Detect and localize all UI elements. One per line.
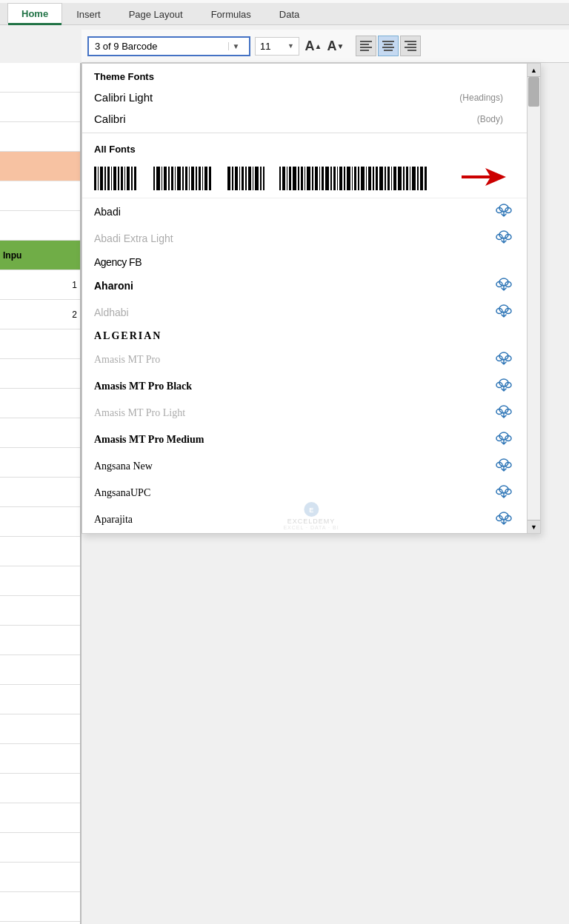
font-item-algerian[interactable]: ALGERIAN	[82, 326, 527, 346]
svg-rect-19	[118, 167, 119, 190]
font-item-amasis-mt-pro-black[interactable]: Amasis MT Pro Black	[82, 373, 527, 400]
svg-rect-53	[279, 167, 281, 190]
cell-empty-20[interactable]	[0, 744, 80, 774]
cell-empty-16[interactable]	[0, 626, 80, 655]
font-name-calibri: Calibri	[94, 113, 477, 125]
tab-formulas[interactable]: Formulas	[197, 4, 265, 24]
all-fonts-label: All Fonts	[82, 136, 527, 159]
cloud-download-icon-abadi[interactable]	[496, 203, 512, 221]
scroll-down-button[interactable]: ▼	[528, 520, 540, 533]
cloud-download-icon-amasis-mt-pro[interactable]	[496, 351, 512, 369]
font-item-amasis-mt-pro-light[interactable]: Amasis MT Pro Light	[82, 400, 527, 426]
svg-rect-26	[156, 167, 160, 190]
align-center-button[interactable]	[378, 36, 399, 56]
svg-rect-34	[185, 167, 187, 190]
cell-empty-2[interactable]	[0, 93, 80, 122]
align-right-button[interactable]	[400, 36, 421, 56]
cell-empty-21[interactable]	[0, 774, 80, 803]
cell-empty-14[interactable]	[0, 566, 80, 596]
font-name-algerian: ALGERIAN	[94, 330, 515, 342]
cell-empty-1[interactable]	[0, 63, 80, 93]
svg-rect-73	[352, 167, 353, 190]
cell-empty-12[interactable]	[0, 507, 80, 537]
font-item-calibri[interactable]: Calibri (Body)	[82, 108, 527, 130]
font-item-abadi[interactable]: Abadi	[82, 198, 527, 225]
cell-empty-24[interactable]	[0, 863, 80, 892]
font-name-dropdown-arrow[interactable]: ▼	[228, 42, 243, 50]
cloud-download-icon-aldhabi[interactable]	[496, 304, 512, 321]
cloud-download-icon-amasis-mt-pro-black[interactable]	[496, 378, 512, 395]
cell-empty-17[interactable]	[0, 655, 80, 685]
cell-empty-23[interactable]	[0, 833, 80, 863]
barcode-preview-1	[94, 165, 139, 192]
cell-number-1[interactable]: 1	[0, 270, 80, 300]
svg-rect-32	[177, 167, 181, 190]
increase-font-button[interactable]: A▲	[304, 36, 323, 56]
svg-rect-50	[255, 167, 259, 190]
svg-rect-17	[111, 167, 112, 190]
tab-home[interactable]: Home	[7, 3, 62, 24]
cell-empty-19[interactable]	[0, 714, 80, 744]
scroll-up-button[interactable]: ▲	[528, 64, 540, 77]
cell-input-label[interactable]: Inpu	[0, 241, 80, 270]
svg-rect-78	[368, 167, 371, 190]
cloud-download-icon-abadi-extra-light[interactable]	[496, 230, 512, 247]
cell-empty-9[interactable]	[0, 418, 80, 448]
svg-rect-38	[199, 167, 201, 190]
svg-rect-48	[248, 167, 251, 190]
cell-empty-15[interactable]	[0, 596, 80, 626]
font-size-dropdown-arrow[interactable]: ▼	[287, 42, 294, 50]
cell-empty-22[interactable]	[0, 803, 80, 833]
align-left-button[interactable]	[356, 36, 376, 56]
cloud-download-icon-aparajita[interactable]	[496, 511, 512, 529]
font-item-angsana-new[interactable]: Angsana New	[82, 453, 527, 480]
cloud-download-icon-angsana-new[interactable]	[496, 458, 512, 475]
cell-empty-6[interactable]	[0, 329, 80, 359]
svg-rect-74	[354, 167, 356, 190]
svg-rect-43	[232, 167, 233, 190]
font-name-calibri-light: Calibri Light	[94, 91, 459, 104]
svg-rect-56	[289, 167, 291, 190]
scrollbar-thumb[interactable]	[528, 77, 539, 107]
cell-empty-4[interactable]	[0, 181, 80, 211]
svg-rect-16	[107, 167, 110, 190]
svg-rect-20	[121, 167, 123, 190]
svg-rect-44	[235, 167, 238, 190]
cell-empty-25[interactable]	[0, 892, 80, 922]
font-item-aldhabi[interactable]: Aldhabi	[82, 299, 527, 326]
cloud-download-icon-aharoni[interactable]	[496, 277, 512, 295]
cell-empty-8[interactable]	[0, 389, 80, 418]
cell-salmon[interactable]	[0, 152, 80, 181]
cloud-download-icon-amasis-mt-pro-light[interactable]	[496, 404, 512, 422]
cell-empty-3[interactable]	[0, 122, 80, 152]
svg-rect-72	[347, 167, 350, 190]
font-item-abadi-extra-light[interactable]: Abadi Extra Light	[82, 225, 527, 252]
tab-page-layout[interactable]: Page Layout	[115, 4, 197, 24]
cell-empty-18[interactable]	[0, 685, 80, 714]
font-size-box[interactable]: 11 ▼	[255, 37, 299, 56]
decrease-font-button[interactable]: A▼	[326, 36, 345, 56]
cloud-download-icon-angsana-upc[interactable]	[496, 484, 512, 502]
tab-insert[interactable]: Insert	[62, 4, 115, 24]
font-item-amasis-mt-pro-medium[interactable]: Amasis MT Pro Medium	[82, 426, 527, 453]
svg-rect-57	[293, 167, 296, 190]
cell-empty-10[interactable]	[0, 448, 80, 478]
dropdown-scrollbar[interactable]: ▲ ▼	[527, 64, 540, 533]
cloud-download-icon-amasis-mt-pro-medium[interactable]	[496, 431, 512, 449]
cell-number-2[interactable]: 2	[0, 300, 80, 329]
font-item-aharoni[interactable]: Aharoni	[82, 272, 527, 299]
svg-rect-82	[385, 167, 386, 190]
cell-empty-7[interactable]	[0, 359, 80, 389]
font-item-agency-fb[interactable]: Agency FB	[82, 252, 527, 272]
cell-empty-13[interactable]	[0, 537, 80, 566]
cell-empty-11[interactable]	[0, 478, 80, 507]
font-name-box[interactable]: 3 of 9 Barcode ▼	[87, 36, 250, 56]
tab-data[interactable]: Data	[265, 4, 313, 24]
ribbon-tabs: Home Insert Page Layout Formulas Data	[0, 3, 569, 24]
font-tag-calibri-light: (Headings)	[459, 93, 503, 103]
cell-empty-5[interactable]	[0, 211, 80, 241]
font-item-amasis-mt-pro[interactable]: Amasis MT Pro	[82, 346, 527, 373]
font-item-calibri-light[interactable]: Calibri Light (Headings)	[82, 87, 527, 108]
svg-rect-24	[134, 167, 136, 190]
barcode-preview-row	[82, 159, 527, 198]
